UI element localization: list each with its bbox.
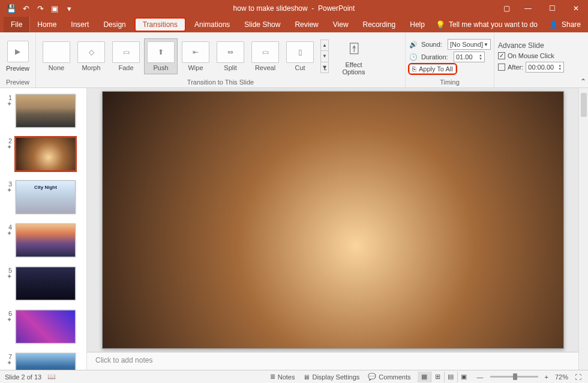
apply-all-label: Apply To All: [419, 65, 453, 73]
slide-thumb-6[interactable]: 6✦: [0, 309, 86, 345]
gallery-scroll-up-icon[interactable]: ▲: [321, 40, 328, 51]
slide-thumb-7[interactable]: 7✦: [0, 352, 86, 370]
slide-counter[interactable]: Slide 2 of 13: [5, 373, 41, 381]
tab-recording[interactable]: Recording: [356, 17, 403, 32]
after-time-input[interactable]: 00:00.00 ▲▼: [526, 62, 564, 73]
transition-cut[interactable]: ▯Cut: [283, 39, 317, 74]
transition-thumb-icon: ▯: [286, 41, 314, 63]
group-preview: ▶ Preview Preview: [0, 32, 36, 88]
redo-icon[interactable]: ↷: [34, 2, 47, 15]
tab-file[interactable]: File: [4, 17, 30, 32]
display-settings-button[interactable]: 🖥Display Settings: [301, 373, 361, 381]
tab-transitions[interactable]: Transitions: [134, 17, 186, 32]
gallery-more-icon[interactable]: ▼̲: [321, 62, 328, 73]
slide-thumb-5[interactable]: 5✦: [0, 266, 86, 301]
collapse-ribbon-icon[interactable]: ⌃: [578, 32, 588, 88]
transition-star-icon: ✦: [7, 231, 12, 236]
effect-options-button[interactable]: ⍐ Effect Options: [337, 37, 370, 76]
after-spinner[interactable]: ▲▼: [558, 64, 562, 71]
slide-sorter-view-button[interactable]: ⊞: [431, 372, 444, 382]
slide-thumb-1[interactable]: 1✦: [0, 93, 86, 129]
editor-area: Click to add notes: [87, 88, 578, 370]
transition-push[interactable]: ⬆Push: [144, 38, 178, 74]
comments-button[interactable]: 💬Comments: [366, 373, 412, 381]
sound-icon: 🔊: [409, 41, 418, 49]
tab-view[interactable]: View: [326, 17, 356, 32]
slide-canvas-area[interactable]: [87, 88, 578, 352]
transition-split[interactable]: ⇔Split: [214, 39, 247, 74]
maximize-button[interactable]: ☐: [540, 0, 564, 17]
tab-help[interactable]: Help: [403, 17, 432, 32]
ribbon-display-options-icon[interactable]: ▢: [497, 0, 516, 17]
scrollbar-thumb[interactable]: [581, 93, 587, 117]
thumb-image: [16, 224, 76, 257]
apply-to-all-button[interactable]: ⎘ Apply To All: [409, 64, 456, 74]
tab-design[interactable]: Design: [96, 17, 133, 32]
sound-value: [No Sound]: [450, 41, 483, 48]
tab-insert[interactable]: Insert: [64, 17, 96, 32]
work-area: 1✦2✦3✦City Night4✦5✦6✦7✦ Click to add no…: [0, 88, 588, 370]
on-mouse-click-label: On Mouse Click: [508, 52, 554, 59]
apply-all-icon: ⎘: [412, 65, 416, 73]
sound-dropdown[interactable]: [No Sound] ▼: [448, 39, 491, 50]
transition-label: Fade: [118, 64, 133, 71]
gallery-scroll-down-icon[interactable]: ▼: [321, 51, 328, 62]
start-from-beginning-icon[interactable]: ▣: [48, 2, 61, 15]
preview-label: Preview: [6, 65, 29, 72]
duration-input[interactable]: 01.00 ▲▼: [454, 52, 485, 62]
zoom-in-button[interactable]: +: [543, 373, 550, 381]
zoom-out-button[interactable]: ―: [475, 373, 485, 381]
slideshow-view-button[interactable]: ▣: [457, 372, 470, 382]
on-mouse-click-checkbox[interactable]: ✓ On Mouse Click: [498, 52, 564, 59]
share-label: Share: [562, 20, 581, 29]
transition-label: Wipe: [188, 64, 203, 71]
duration-label: Duration:: [421, 53, 450, 61]
bulb-icon: 💡: [436, 20, 445, 29]
app-name: PowerPoint: [318, 4, 355, 13]
duration-spinner[interactable]: ▲▼: [479, 53, 482, 61]
tab-slideshow[interactable]: Slide Show: [237, 17, 287, 32]
thumb-image: [16, 267, 76, 300]
reading-view-button[interactable]: ▤: [444, 372, 457, 382]
slide-thumb-3[interactable]: 3✦City Night: [0, 179, 86, 215]
share-icon: 👤: [549, 20, 558, 29]
undo-icon[interactable]: ↶: [19, 2, 32, 15]
transition-none[interactable]: None: [40, 39, 73, 74]
vertical-scrollbar[interactable]: [578, 88, 588, 370]
effect-options-label: Effect Options: [343, 61, 365, 76]
group-label-timing: Timing: [409, 78, 490, 86]
ribbon: ▶ Preview Preview None◇Morph▭Fade⬆Push⇤W…: [0, 32, 588, 88]
transition-morph[interactable]: ◇Morph: [74, 39, 108, 74]
fit-to-window-button[interactable]: ⛶: [573, 373, 583, 381]
share-button[interactable]: 👤 Share: [549, 17, 584, 32]
slide-thumb-2[interactable]: 2✦: [0, 136, 86, 172]
group-timing: 🔊 Sound: [No Sound] ▼ 🕒 Duration: 01.00 …: [406, 32, 494, 88]
notes-pane[interactable]: Click to add notes: [87, 352, 578, 370]
preview-button[interactable]: ▶ Preview: [5, 41, 31, 72]
qat-more-icon[interactable]: ▾: [62, 2, 76, 15]
slide-canvas[interactable]: [102, 91, 564, 349]
normal-view-button[interactable]: ▦: [418, 372, 431, 382]
minimize-button[interactable]: ―: [516, 0, 540, 17]
spellcheck-icon[interactable]: 📖: [47, 373, 56, 381]
tell-me-search[interactable]: 💡 Tell me what you want to do: [436, 17, 538, 32]
tab-home[interactable]: Home: [30, 17, 64, 32]
transition-star-icon: ✦: [7, 274, 12, 279]
close-button[interactable]: ✕: [564, 0, 588, 17]
transition-wipe[interactable]: ⇤Wipe: [179, 39, 212, 74]
transition-label: Reveal: [255, 64, 275, 71]
advance-title: Advance Slide: [498, 41, 564, 50]
thumb-image: [16, 353, 76, 370]
slide-thumbnail-pane[interactable]: 1✦2✦3✦City Night4✦5✦6✦7✦: [0, 88, 87, 370]
zoom-percent[interactable]: 72%: [555, 373, 568, 381]
transition-reveal[interactable]: ▭Reveal: [248, 39, 282, 74]
zoom-slider[interactable]: [490, 376, 538, 378]
tab-review[interactable]: Review: [287, 17, 325, 32]
tab-animations[interactable]: Animations: [187, 17, 237, 32]
notes-button[interactable]: ≣Notes: [268, 373, 297, 381]
view-buttons: ▦ ⊞ ▤ ▣: [418, 372, 470, 382]
slide-thumb-4[interactable]: 4✦: [0, 222, 86, 258]
checkbox-empty-icon[interactable]: [498, 64, 505, 71]
transition-fade[interactable]: ▭Fade: [109, 39, 143, 74]
save-icon[interactable]: 💾: [5, 2, 18, 15]
